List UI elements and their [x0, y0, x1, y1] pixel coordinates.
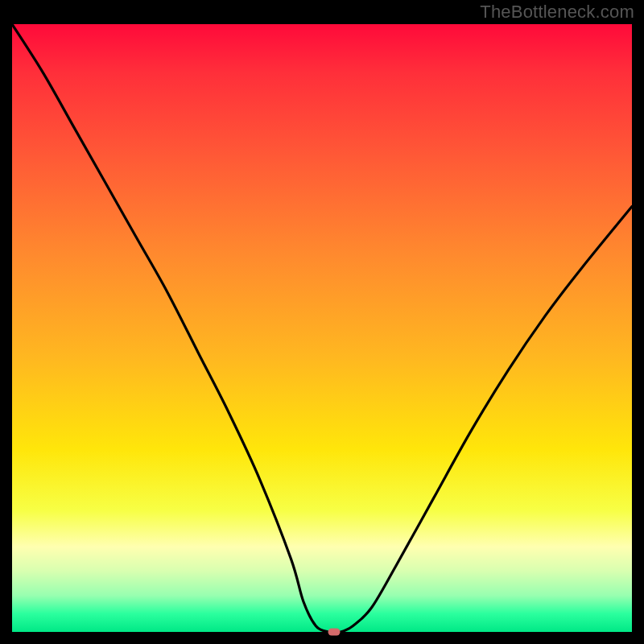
chart-frame: TheBottleneck.com [0, 0, 644, 644]
watermark-text: TheBottleneck.com [480, 2, 634, 23]
optimal-point-marker [328, 629, 341, 636]
plot-area [12, 24, 632, 632]
bottleneck-curve [12, 24, 632, 632]
